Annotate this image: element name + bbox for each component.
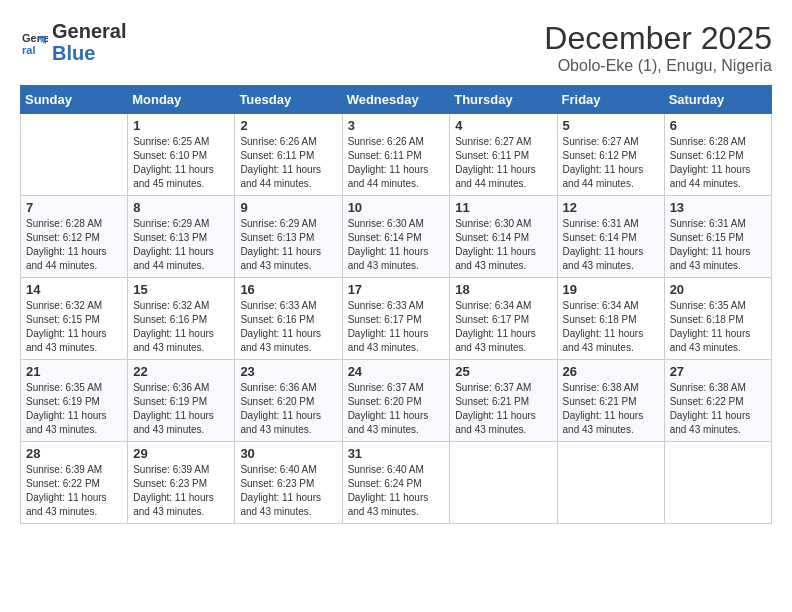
day-info: Sunrise: 6:31 AM Sunset: 6:15 PM Dayligh… <box>670 217 766 273</box>
location-title: Obolo-Eke (1), Enugu, Nigeria <box>544 57 772 75</box>
day-number: 12 <box>563 200 659 215</box>
day-number: 30 <box>240 446 336 461</box>
day-info: Sunrise: 6:30 AM Sunset: 6:14 PM Dayligh… <box>348 217 445 273</box>
day-info: Sunrise: 6:36 AM Sunset: 6:20 PM Dayligh… <box>240 381 336 437</box>
day-info: Sunrise: 6:28 AM Sunset: 6:12 PM Dayligh… <box>670 135 766 191</box>
day-info: Sunrise: 6:36 AM Sunset: 6:19 PM Dayligh… <box>133 381 229 437</box>
day-info: Sunrise: 6:38 AM Sunset: 6:21 PM Dayligh… <box>563 381 659 437</box>
calendar-cell: 8Sunrise: 6:29 AM Sunset: 6:13 PM Daylig… <box>128 196 235 278</box>
day-number: 8 <box>133 200 229 215</box>
day-info: Sunrise: 6:38 AM Sunset: 6:22 PM Dayligh… <box>670 381 766 437</box>
calendar-cell: 10Sunrise: 6:30 AM Sunset: 6:14 PM Dayli… <box>342 196 450 278</box>
day-number: 14 <box>26 282 122 297</box>
calendar: SundayMondayTuesdayWednesdayThursdayFrid… <box>20 85 772 524</box>
calendar-cell: 24Sunrise: 6:37 AM Sunset: 6:20 PM Dayli… <box>342 360 450 442</box>
weekday-header-monday: Monday <box>128 86 235 114</box>
day-info: Sunrise: 6:29 AM Sunset: 6:13 PM Dayligh… <box>133 217 229 273</box>
day-number: 7 <box>26 200 122 215</box>
day-info: Sunrise: 6:26 AM Sunset: 6:11 PM Dayligh… <box>240 135 336 191</box>
calendar-cell: 1Sunrise: 6:25 AM Sunset: 6:10 PM Daylig… <box>128 114 235 196</box>
day-info: Sunrise: 6:35 AM Sunset: 6:19 PM Dayligh… <box>26 381 122 437</box>
weekday-header-sunday: Sunday <box>21 86 128 114</box>
calendar-week-2: 7Sunrise: 6:28 AM Sunset: 6:12 PM Daylig… <box>21 196 772 278</box>
calendar-cell: 28Sunrise: 6:39 AM Sunset: 6:22 PM Dayli… <box>21 442 128 524</box>
weekday-header-thursday: Thursday <box>450 86 557 114</box>
day-number: 31 <box>348 446 445 461</box>
day-number: 27 <box>670 364 766 379</box>
calendar-cell: 21Sunrise: 6:35 AM Sunset: 6:19 PM Dayli… <box>21 360 128 442</box>
day-number: 1 <box>133 118 229 133</box>
calendar-cell: 16Sunrise: 6:33 AM Sunset: 6:16 PM Dayli… <box>235 278 342 360</box>
month-title: December 2025 <box>544 20 772 57</box>
day-number: 21 <box>26 364 122 379</box>
calendar-cell: 11Sunrise: 6:30 AM Sunset: 6:14 PM Dayli… <box>450 196 557 278</box>
day-number: 24 <box>348 364 445 379</box>
weekday-header-friday: Friday <box>557 86 664 114</box>
day-info: Sunrise: 6:37 AM Sunset: 6:20 PM Dayligh… <box>348 381 445 437</box>
calendar-cell: 26Sunrise: 6:38 AM Sunset: 6:21 PM Dayli… <box>557 360 664 442</box>
weekday-header-saturday: Saturday <box>664 86 771 114</box>
calendar-cell: 12Sunrise: 6:31 AM Sunset: 6:14 PM Dayli… <box>557 196 664 278</box>
day-number: 4 <box>455 118 551 133</box>
day-info: Sunrise: 6:40 AM Sunset: 6:24 PM Dayligh… <box>348 463 445 519</box>
day-number: 2 <box>240 118 336 133</box>
calendar-cell: 15Sunrise: 6:32 AM Sunset: 6:16 PM Dayli… <box>128 278 235 360</box>
day-info: Sunrise: 6:27 AM Sunset: 6:12 PM Dayligh… <box>563 135 659 191</box>
day-number: 25 <box>455 364 551 379</box>
calendar-cell <box>664 442 771 524</box>
logo-general: General <box>52 20 126 42</box>
day-info: Sunrise: 6:28 AM Sunset: 6:12 PM Dayligh… <box>26 217 122 273</box>
day-info: Sunrise: 6:35 AM Sunset: 6:18 PM Dayligh… <box>670 299 766 355</box>
day-number: 18 <box>455 282 551 297</box>
day-number: 13 <box>670 200 766 215</box>
day-number: 26 <box>563 364 659 379</box>
day-number: 6 <box>670 118 766 133</box>
calendar-cell: 23Sunrise: 6:36 AM Sunset: 6:20 PM Dayli… <box>235 360 342 442</box>
day-info: Sunrise: 6:33 AM Sunset: 6:16 PM Dayligh… <box>240 299 336 355</box>
calendar-cell: 27Sunrise: 6:38 AM Sunset: 6:22 PM Dayli… <box>664 360 771 442</box>
day-number: 17 <box>348 282 445 297</box>
calendar-cell: 3Sunrise: 6:26 AM Sunset: 6:11 PM Daylig… <box>342 114 450 196</box>
calendar-cell: 31Sunrise: 6:40 AM Sunset: 6:24 PM Dayli… <box>342 442 450 524</box>
calendar-cell: 25Sunrise: 6:37 AM Sunset: 6:21 PM Dayli… <box>450 360 557 442</box>
day-number: 19 <box>563 282 659 297</box>
page-header: Gene ral General Blue December 2025 Obol… <box>20 20 772 75</box>
calendar-cell: 6Sunrise: 6:28 AM Sunset: 6:12 PM Daylig… <box>664 114 771 196</box>
calendar-cell: 4Sunrise: 6:27 AM Sunset: 6:11 PM Daylig… <box>450 114 557 196</box>
day-number: 5 <box>563 118 659 133</box>
day-info: Sunrise: 6:39 AM Sunset: 6:22 PM Dayligh… <box>26 463 122 519</box>
calendar-cell: 22Sunrise: 6:36 AM Sunset: 6:19 PM Dayli… <box>128 360 235 442</box>
day-info: Sunrise: 6:34 AM Sunset: 6:18 PM Dayligh… <box>563 299 659 355</box>
day-info: Sunrise: 6:37 AM Sunset: 6:21 PM Dayligh… <box>455 381 551 437</box>
day-number: 22 <box>133 364 229 379</box>
day-info: Sunrise: 6:25 AM Sunset: 6:10 PM Dayligh… <box>133 135 229 191</box>
day-number: 20 <box>670 282 766 297</box>
calendar-week-4: 21Sunrise: 6:35 AM Sunset: 6:19 PM Dayli… <box>21 360 772 442</box>
day-number: 28 <box>26 446 122 461</box>
calendar-cell: 14Sunrise: 6:32 AM Sunset: 6:15 PM Dayli… <box>21 278 128 360</box>
day-info: Sunrise: 6:26 AM Sunset: 6:11 PM Dayligh… <box>348 135 445 191</box>
title-block: December 2025 Obolo-Eke (1), Enugu, Nige… <box>544 20 772 75</box>
day-number: 11 <box>455 200 551 215</box>
day-info: Sunrise: 6:31 AM Sunset: 6:14 PM Dayligh… <box>563 217 659 273</box>
calendar-cell: 30Sunrise: 6:40 AM Sunset: 6:23 PM Dayli… <box>235 442 342 524</box>
day-info: Sunrise: 6:32 AM Sunset: 6:15 PM Dayligh… <box>26 299 122 355</box>
calendar-cell <box>21 114 128 196</box>
logo: Gene ral General Blue <box>20 20 126 64</box>
calendar-cell <box>450 442 557 524</box>
logo-text: General Blue <box>52 20 126 64</box>
calendar-cell: 17Sunrise: 6:33 AM Sunset: 6:17 PM Dayli… <box>342 278 450 360</box>
calendar-cell: 7Sunrise: 6:28 AM Sunset: 6:12 PM Daylig… <box>21 196 128 278</box>
day-info: Sunrise: 6:32 AM Sunset: 6:16 PM Dayligh… <box>133 299 229 355</box>
calendar-cell: 13Sunrise: 6:31 AM Sunset: 6:15 PM Dayli… <box>664 196 771 278</box>
day-info: Sunrise: 6:39 AM Sunset: 6:23 PM Dayligh… <box>133 463 229 519</box>
calendar-cell: 18Sunrise: 6:34 AM Sunset: 6:17 PM Dayli… <box>450 278 557 360</box>
day-info: Sunrise: 6:40 AM Sunset: 6:23 PM Dayligh… <box>240 463 336 519</box>
day-info: Sunrise: 6:33 AM Sunset: 6:17 PM Dayligh… <box>348 299 445 355</box>
day-number: 16 <box>240 282 336 297</box>
day-info: Sunrise: 6:29 AM Sunset: 6:13 PM Dayligh… <box>240 217 336 273</box>
logo-blue: Blue <box>52 42 95 64</box>
day-info: Sunrise: 6:27 AM Sunset: 6:11 PM Dayligh… <box>455 135 551 191</box>
weekday-header-wednesday: Wednesday <box>342 86 450 114</box>
calendar-cell <box>557 442 664 524</box>
